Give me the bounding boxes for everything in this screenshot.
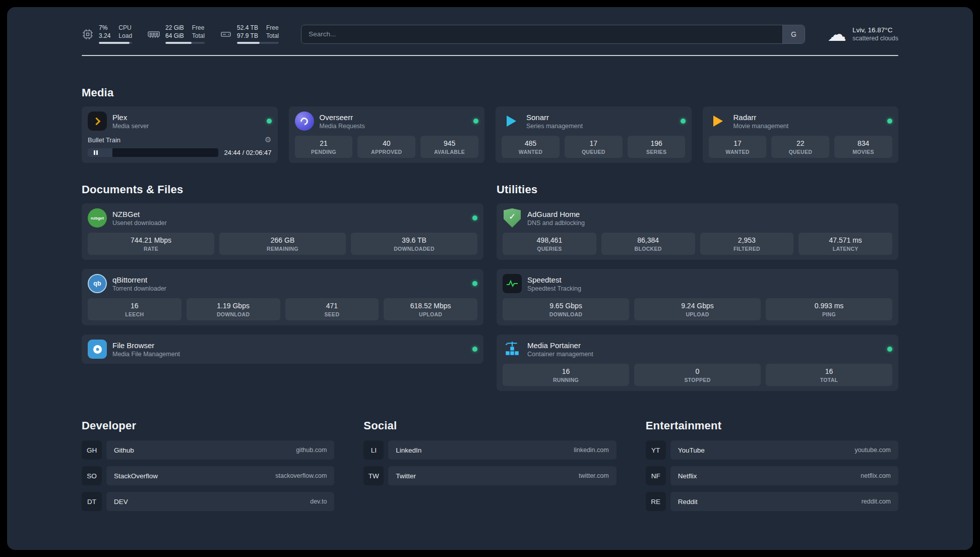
stat-value: 16 (90, 302, 179, 310)
stat-label: SERIES (630, 149, 684, 155)
bookmark-url: netflix.com (861, 472, 891, 479)
overseerr-card[interactable]: Overseerr Media Requests 21 PENDING 40 A… (289, 106, 485, 163)
bookmark-linkedin[interactable]: LI LinkedIn linkedin.com (363, 440, 616, 460)
bookmark-url: github.com (296, 447, 327, 454)
bookmark-abbr: YT (646, 440, 666, 460)
stat-value: 17 (711, 139, 765, 147)
plex-icon (88, 112, 107, 131)
stat-tile: 618.52 Mbps UPLOAD (384, 298, 477, 320)
cpu-load-value: 3.24 (99, 32, 110, 40)
search-provider-button[interactable]: G (782, 25, 805, 43)
stat-label: PING (768, 311, 890, 317)
stat-value: 2,953 (702, 236, 792, 244)
now-playing-title: Bullet Train (88, 136, 120, 144)
stat-label: APPROVED (359, 149, 413, 155)
stat-tile: 47.571 ms LATENCY (799, 233, 892, 255)
gear-icon[interactable] (265, 135, 271, 144)
stat-value: 196 (630, 139, 684, 147)
bookmark-name: Github (114, 447, 134, 454)
adguard-card[interactable]: AdGuard Home DNS and adblocking 498,461 … (497, 203, 898, 260)
speedtest-card[interactable]: Speedtest Speedtest Tracking 9.65 Gbps D… (497, 269, 898, 325)
bookmark-github[interactable]: GH Github github.com (82, 440, 334, 460)
qbittorrent-card[interactable]: qb qBittorrent Torrent downloader 16 LEE… (82, 269, 483, 325)
playback-progress-bar[interactable] (88, 148, 218, 157)
filebrowser-card[interactable]: File Browser Media File Management (82, 335, 483, 364)
stat-value: 471 (287, 302, 377, 310)
stat-label: TOTAL (768, 377, 890, 383)
stat-label: REMAINING (221, 246, 344, 252)
bookmark-abbr: GH (82, 440, 102, 460)
stat-label: WANTED (711, 149, 765, 155)
stat-value: 9.65 Gbps (505, 302, 627, 310)
bookmark-group-developer: Developer GH Github github.com SO StackO… (82, 419, 334, 511)
stat-tile: 196 SERIES (628, 136, 686, 158)
stat-tile: 834 MOVIES (834, 136, 892, 158)
bookmark-twitter[interactable]: TW Twitter twitter.com (363, 466, 616, 485)
stat-label: AVAILABLE (422, 149, 476, 155)
nzbget-card[interactable]: nzbget NZBGet Usenet downloader 744.21 M… (82, 203, 483, 260)
service-subtitle: Speedtest Tracking (527, 285, 581, 292)
service-subtitle: Media File Management (112, 351, 180, 358)
service-subtitle: DNS and adblocking (527, 219, 585, 227)
bookmark-url: twitter.com (579, 472, 609, 479)
adguard-shield-icon (503, 208, 522, 228)
bookmark-url: youtube.com (854, 447, 891, 454)
stat-value: 47.571 ms (801, 236, 890, 244)
stat-tile: 485 WANTED (502, 136, 560, 158)
section-utilities: Utilities AdGuard Home DNS and adblockin… (497, 183, 898, 391)
disk-total-label: Total (266, 32, 279, 40)
overseerr-icon (295, 112, 314, 131)
bookmark-name: Netflix (678, 472, 697, 480)
weather-condition: scattered clouds (852, 35, 898, 42)
status-dot-online (887, 119, 892, 124)
nzbget-icon: nzbget (88, 208, 107, 228)
stat-tile: 9.24 Gbps UPLOAD (634, 298, 761, 320)
bookmark-youtube[interactable]: YT YouTube youtube.com (646, 440, 898, 460)
weather-location: Lviv, 16.87°C (852, 26, 898, 34)
plex-card[interactable]: Plex Media server Bullet Train (82, 106, 278, 163)
bookmark-name: LinkedIn (396, 447, 421, 454)
bookmark-name: Reddit (678, 498, 698, 506)
stat-value: 1.19 Gbps (189, 302, 278, 310)
cpu-usage-bar (99, 42, 132, 44)
stat-value: 0.993 ms (768, 302, 890, 310)
stat-value: 40 (359, 139, 413, 147)
section-title-entertainment: Entertainment (646, 419, 898, 432)
bookmark-url: stackoverflow.com (275, 472, 327, 479)
weather-widget[interactable]: Lviv, 16.87°C scattered clouds (827, 25, 898, 44)
bookmark-netflix[interactable]: NF Netflix netflix.com (646, 466, 898, 485)
stat-value: 834 (836, 139, 890, 147)
service-name: Plex (112, 113, 149, 122)
status-dot-online (681, 119, 686, 124)
service-subtitle: Media server (112, 123, 149, 130)
section-title-developer: Developer (82, 419, 334, 432)
stat-label: QUEUED (567, 149, 621, 155)
status-dot-online (472, 281, 477, 286)
stat-label: MOVIES (836, 149, 890, 155)
portainer-card[interactable]: Media Portainer Container management 16 … (497, 335, 898, 391)
filebrowser-icon (88, 340, 107, 359)
bookmark-stackoverflow[interactable]: SO StackOverflow stackoverflow.com (82, 466, 334, 485)
bookmark-reddit[interactable]: RE Reddit reddit.com (646, 492, 898, 511)
stat-tile: 39.6 TB DOWNLOADED (351, 233, 477, 255)
bookmark-abbr: LI (363, 440, 384, 460)
stat-label: DOWNLOAD (189, 311, 278, 317)
cpu-icon (82, 28, 94, 40)
service-subtitle: Usenet downloader (112, 219, 167, 227)
memory-total-value: 64 GiB (165, 32, 184, 40)
stat-value: 485 (504, 139, 558, 147)
section-title-social: Social (363, 419, 616, 432)
bookmark-url: reddit.com (862, 498, 891, 505)
stat-label: SEED (287, 311, 377, 317)
pause-icon[interactable] (89, 150, 102, 156)
stat-value: 618.52 Mbps (386, 302, 475, 310)
bookmark-dev[interactable]: DT DEV dev.to (82, 492, 334, 511)
stat-value: 266 GB (221, 236, 344, 244)
cloud-icon (827, 25, 846, 44)
search-input[interactable] (301, 25, 782, 43)
sonarr-card[interactable]: Sonarr Series management 485 WANTED 17 Q… (496, 106, 692, 163)
status-dot-online (267, 119, 272, 124)
disk-free-value: 52.4 TB (237, 24, 258, 32)
stat-tile: 945 AVAILABLE (420, 136, 478, 158)
radarr-card[interactable]: Radarr Movie management 17 WANTED 22 QUE… (703, 106, 899, 163)
